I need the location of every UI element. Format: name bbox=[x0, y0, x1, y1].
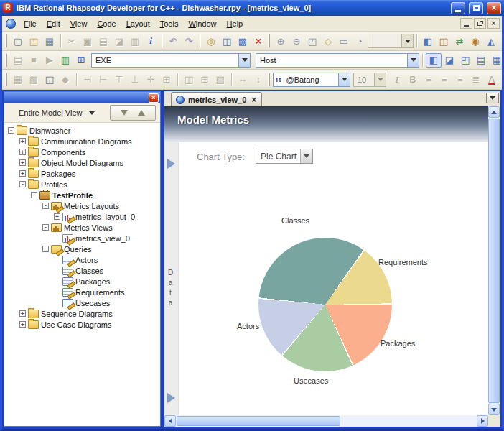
tree-item[interactable]: + Communication Diagrams bbox=[4, 136, 160, 147]
tree-item[interactable]: - TestProfile bbox=[4, 190, 160, 200]
scroll-right-button[interactable] bbox=[477, 415, 488, 427]
show-grid-icon[interactable]: ▦ bbox=[10, 73, 26, 87]
paste-icon[interactable]: ▤ bbox=[95, 34, 111, 48]
save-icon[interactable]: ▦ bbox=[42, 34, 57, 48]
stamp-mode-icon[interactable]: ◲ bbox=[42, 73, 57, 87]
vertical-scrollbar[interactable] bbox=[488, 106, 500, 415]
tree-item[interactable]: + Components bbox=[4, 147, 160, 157]
run-executable-icon[interactable]: ▶ bbox=[42, 53, 57, 68]
redo-icon[interactable]: ↷ bbox=[181, 34, 197, 48]
configuration-combo[interactable]: EXE bbox=[91, 53, 251, 68]
lock-config-icon[interactable]: ⊞ bbox=[73, 53, 89, 68]
mdi-minimize-button[interactable] bbox=[460, 18, 472, 29]
tree-item[interactable]: - Metrics Views bbox=[4, 222, 160, 233]
combo-dropdown-icon[interactable] bbox=[374, 73, 386, 86]
grid-window-icon[interactable]: ▦ bbox=[489, 53, 504, 68]
font-color-icon[interactable]: A bbox=[484, 73, 500, 87]
browser-close-button[interactable]: × bbox=[149, 93, 159, 103]
tree-item[interactable]: metrics_view_0 bbox=[4, 233, 160, 244]
mdi-close-button[interactable]: × bbox=[487, 18, 500, 29]
tree-item[interactable]: + Packages bbox=[4, 168, 160, 179]
chart-type-dropdown[interactable]: Pie Chart bbox=[256, 149, 313, 164]
scroll-left-button[interactable] bbox=[164, 415, 176, 427]
combo-dropdown-icon[interactable] bbox=[238, 54, 250, 67]
pie-chart[interactable] bbox=[258, 238, 392, 371]
expand-bottom-icon[interactable] bbox=[167, 393, 175, 403]
tree-expander[interactable]: + bbox=[19, 138, 26, 144]
tree-item[interactable]: - Profiles bbox=[4, 179, 160, 190]
tree-expander[interactable]: + bbox=[19, 159, 26, 166]
italic-icon[interactable]: I bbox=[389, 73, 405, 87]
align-text-right-icon[interactable]: ≡ bbox=[452, 73, 468, 87]
tree-expander[interactable]: + bbox=[19, 170, 26, 177]
same-size-icon[interactable]: ▧ bbox=[213, 73, 228, 87]
features-window-icon[interactable]: ◰ bbox=[457, 53, 473, 68]
maximize-button[interactable] bbox=[469, 2, 483, 14]
browser-window-icon[interactable]: ◧ bbox=[426, 53, 442, 68]
menu-item[interactable]: Tools bbox=[155, 17, 184, 30]
layout-sync-icon[interactable]: ◧ bbox=[420, 34, 436, 48]
toolbar-grip[interactable] bbox=[5, 73, 7, 86]
title-bar[interactable]: R IBM Rational Rhapsody Developer for C+… bbox=[0, 0, 504, 16]
align-right-icon[interactable]: ⊢ bbox=[95, 73, 111, 87]
browser-caption-bar[interactable]: × bbox=[4, 92, 160, 103]
copy-icon[interactable]: ▣ bbox=[80, 34, 95, 48]
combo-dropdown-icon[interactable] bbox=[407, 54, 419, 67]
tabs-window-icon[interactable]: ▤ bbox=[473, 53, 489, 68]
tree-item[interactable]: - Dishwasher bbox=[4, 125, 160, 136]
tab-metrics-view-0[interactable]: metrics_view_0 × bbox=[171, 92, 262, 106]
tree-expander[interactable]: - bbox=[8, 127, 14, 134]
info-icon[interactable]: i bbox=[143, 34, 159, 48]
tab-close-icon[interactable]: × bbox=[250, 96, 256, 103]
erase-icon[interactable]: ◪ bbox=[111, 34, 127, 48]
animation-icon[interactable]: ▥ bbox=[57, 53, 73, 68]
zoom-model-icon[interactable]: ◔ bbox=[352, 34, 368, 48]
bold-icon[interactable]: B bbox=[405, 73, 421, 87]
make-icon[interactable]: ▤ bbox=[10, 53, 26, 68]
combo-dropdown-icon[interactable] bbox=[338, 73, 350, 86]
snap-to-grid-icon[interactable]: ▩ bbox=[26, 73, 42, 87]
menu-item[interactable]: Code bbox=[92, 17, 121, 30]
tree-item[interactable]: + metrics_layout_0 bbox=[4, 211, 160, 222]
tree-expander[interactable] bbox=[54, 267, 60, 274]
scroll-up-button[interactable] bbox=[488, 106, 500, 118]
tree-item[interactable]: Usecases bbox=[4, 297, 160, 308]
toolbar-grip[interactable] bbox=[5, 34, 7, 47]
list-format-icon[interactable]: ≣ bbox=[468, 73, 484, 87]
tree-item[interactable]: - Metrics Layouts bbox=[4, 200, 160, 211]
delete-icon[interactable]: ✕ bbox=[251, 34, 266, 48]
output-window-icon[interactable]: ◪ bbox=[442, 53, 457, 68]
options-window-icon[interactable]: ▩ bbox=[235, 34, 251, 48]
tree-expander[interactable]: - bbox=[31, 192, 37, 198]
tree-item[interactable]: Classes bbox=[4, 265, 160, 276]
undo-icon[interactable]: ↶ bbox=[165, 34, 181, 48]
distribute-horizontal-icon[interactable]: ◫ bbox=[181, 73, 197, 87]
toolbar-grip[interactable] bbox=[268, 73, 270, 86]
print-icon[interactable]: ▥ bbox=[127, 34, 143, 48]
tree-expander[interactable] bbox=[54, 256, 60, 263]
combo-dropdown-icon[interactable] bbox=[401, 34, 413, 47]
stop-make-icon[interactable]: ■ bbox=[26, 53, 42, 68]
menu-item[interactable]: File bbox=[19, 17, 42, 30]
component-tool-icon[interactable]: ◫ bbox=[436, 34, 452, 48]
same-width-icon[interactable]: ↔ bbox=[235, 73, 251, 87]
pan-icon[interactable]: ◇ bbox=[320, 34, 336, 48]
tree-expander[interactable]: - bbox=[19, 181, 26, 187]
tree-expander[interactable]: - bbox=[42, 246, 49, 252]
tree-item[interactable]: Packages bbox=[4, 276, 160, 287]
zoom-area-icon[interactable]: ◰ bbox=[304, 34, 320, 48]
toolbar-grip[interactable] bbox=[5, 54, 7, 67]
tree-expander[interactable]: + bbox=[54, 213, 60, 220]
align-left-icon[interactable]: ⊣ bbox=[80, 73, 95, 87]
tree-item[interactable]: - Queries bbox=[4, 244, 160, 254]
expand-top-icon[interactable] bbox=[167, 159, 175, 169]
zoom-in-icon[interactable]: ⊕ bbox=[273, 34, 289, 48]
menu-item[interactable]: Edit bbox=[42, 17, 65, 30]
align-text-center-icon[interactable]: ≡ bbox=[437, 73, 452, 87]
shape-icon[interactable]: ◆ bbox=[57, 73, 73, 87]
menu-item[interactable]: Window bbox=[183, 17, 221, 30]
tree-expander[interactable]: - bbox=[42, 224, 49, 231]
zoom-level-combo[interactable] bbox=[368, 34, 414, 48]
tree-item[interactable]: Actors bbox=[4, 254, 160, 265]
open-icon[interactable]: ◳ bbox=[26, 34, 42, 48]
